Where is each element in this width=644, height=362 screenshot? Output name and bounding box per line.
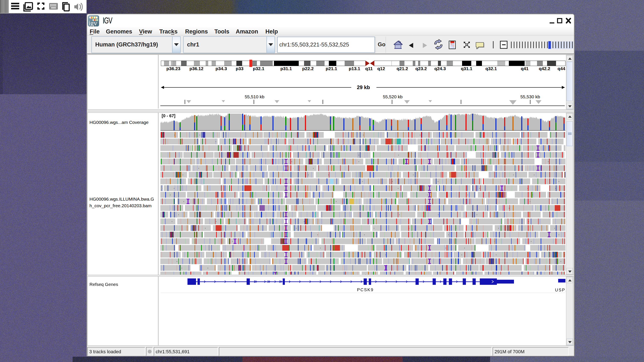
svg-text:p22.2: p22.2: [302, 66, 314, 71]
svg-text:q24.3: q24.3: [434, 66, 446, 71]
svg-text:q44: q44: [558, 66, 566, 71]
svg-text:55,530 kb: 55,530 kb: [520, 94, 540, 99]
svg-text:p34.3: p34.3: [216, 66, 227, 71]
svg-text:igv: igv: [88, 19, 97, 26]
svg-text:p33: p33: [236, 66, 244, 71]
svg-text:55,520 kb: 55,520 kb: [383, 94, 402, 99]
svg-text:q11: q11: [365, 66, 372, 71]
svg-text:p36.12: p36.12: [190, 66, 203, 71]
svg-text:p31.1: p31.1: [280, 66, 292, 71]
svg-text:29 kb: 29 kb: [357, 84, 370, 90]
svg-text:p36.23: p36.23: [166, 66, 180, 71]
svg-text:q41: q41: [521, 66, 529, 71]
svg-text:q12: q12: [377, 66, 385, 71]
svg-text:p21.1: p21.1: [326, 66, 337, 71]
svg-text:55,510 kb: 55,510 kb: [245, 94, 264, 99]
svg-text:q42.2: q42.2: [539, 66, 550, 71]
svg-text:p32.1: p32.1: [253, 66, 264, 71]
svg-text:q21.2: q21.2: [396, 66, 408, 71]
svg-text:p13.1: p13.1: [349, 66, 360, 71]
svg-text:q31.1: q31.1: [461, 66, 472, 71]
svg-text:q23.2: q23.2: [415, 66, 427, 71]
svg-text:q32.1: q32.1: [485, 66, 497, 71]
